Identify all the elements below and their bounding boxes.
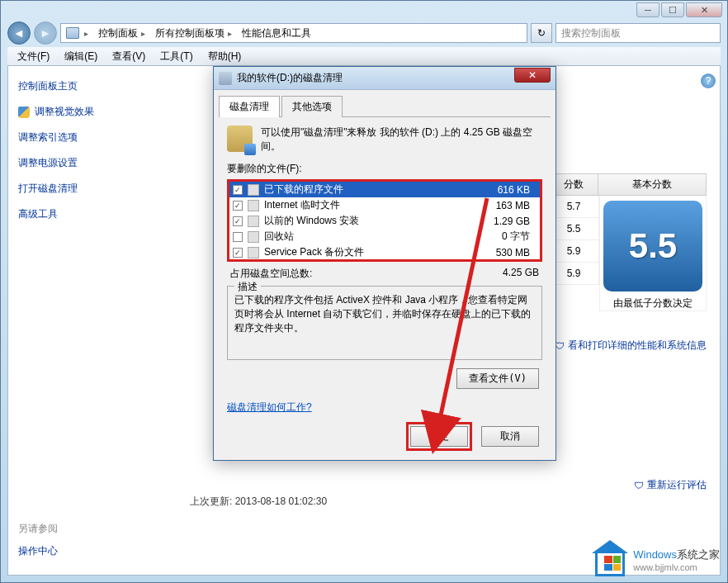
action-center-link[interactable]: 操作中心 [18,544,58,558]
file-type-icon [248,184,259,196]
file-checkbox[interactable]: ✓ [233,216,243,226]
watermark: Windows系统之家 www.bjjmlv.com [593,543,720,576]
ok-button[interactable]: 确定 [410,426,468,447]
menu-help[interactable]: 帮助(H) [201,48,248,65]
rerun-assessment-link[interactable]: 🛡重新运行评估 [634,478,707,492]
breadcrumb-root[interactable]: ▸ [61,27,93,39]
sidebar-link-visual[interactable]: 调整视觉效果 [18,105,180,119]
refresh-button[interactable]: ↻ [531,23,552,43]
detail-info-link[interactable]: 🛡看和打印详细的性能和系统信息 [555,339,707,353]
cleanup-title-icon [219,72,232,85]
tab-more-options[interactable]: 其他选项 [281,96,343,117]
cleanup-icon [227,126,253,152]
dialog-body: 磁盘清理 其他选项 可以使用"磁盘清理"来释放 我的软件 (D:) 上的 4.2… [214,90,555,460]
base-score-label: 由最低子分数决定 [600,296,706,310]
breadcrumb-item[interactable]: 控制面板▸ [93,26,150,40]
base-score-badge: 5.5 [603,201,702,292]
help-icon[interactable]: ? [701,73,716,88]
dialog-info: 可以使用"磁盘清理"来释放 我的软件 (D:) 上的 4.25 GB 磁盘空间。 [219,126,551,162]
subscore-value: 5.9 [549,263,598,284]
file-name: 以前的 Windows 安装 [264,214,489,228]
file-list-item[interactable]: ✓以前的 Windows 安装1.29 GB [229,213,540,229]
file-type-icon [248,216,259,227]
search-input[interactable]: 搜索控制面板 [555,23,721,43]
basescore-header: 基本分数 [598,174,706,195]
description-text: 已下载的程序文件包括 ActiveX 控件和 Java 小程序，您查看特定网页时… [234,293,535,334]
file-checkbox[interactable]: ✓ [233,185,243,195]
sidebar-home-link[interactable]: 控制面板主页 [18,79,180,93]
menu-edit[interactable]: 编辑(E) [58,48,104,65]
subscore-header: 分数 [549,174,598,195]
file-size: 163 MB [496,200,537,211]
file-name: Internet 临时文件 [264,198,491,212]
file-checkbox[interactable]: ✓ [233,248,243,258]
menu-bar: 文件(F) 编辑(E) 查看(V) 工具(T) 帮助(H) [7,47,721,65]
file-checkbox[interactable]: ✓ [233,201,243,211]
subscore-value: 5.5 [549,218,598,239]
navigation-bar: ◄ ► ▸ 控制面板▸ 所有控制面板项▸ 性能信息和工具 ↻ 搜索控制面板 [7,21,721,45]
subscore-value: 5.7 [549,196,598,217]
file-size: 1.29 GB [494,216,537,227]
dialog-title: 我的软件(D:)的磁盘清理 [237,71,514,85]
total-row: 占用磁盘空间总数: 4.25 GB [219,262,551,286]
watermark-text: Windows系统之家 www.bjjmlv.com [633,547,720,572]
file-list[interactable]: ✓已下载的程序文件616 KB✓Internet 临时文件163 MB✓以前的 … [227,179,542,262]
description-heading: 描述 [234,280,261,294]
dialog-titlebar[interactable]: 我的软件(D:)的磁盘清理 ✕ [214,67,555,90]
file-name: Service Pack 备份文件 [264,245,491,259]
sidebar-link-power[interactable]: 调整电源设置 [18,156,180,170]
file-name: 已下载的程序文件 [264,182,493,197]
info-text: 可以使用"磁盘清理"来释放 我的软件 (D:) 上的 4.25 GB 磁盘空间。 [261,126,542,154]
maximize-button[interactable]: ☐ [661,2,684,17]
view-files-button[interactable]: 查看文件(V) [456,368,539,389]
file-size: 616 KB [498,184,537,196]
how-does-it-work-link[interactable]: 磁盘清理如何工作? [219,389,551,415]
file-size: 530 MB [496,247,537,258]
total-value: 4.25 GB [503,267,539,281]
sidebar-link-advanced[interactable]: 高级工具 [18,207,180,221]
forward-button[interactable]: ► [34,21,57,45]
sidebar-link-index[interactable]: 调整索引选项 [18,130,180,145]
dialog-button-row: 确定 取消 [219,415,551,455]
menu-tools[interactable]: 工具(T) [154,48,199,65]
sidebar-footer: 另请参阅 操作中心 [18,522,58,558]
sidebar: 控制面板主页 调整视觉效果 调整索引选项 调整电源设置 打开磁盘清理 高级工具 … [8,66,190,575]
file-size: 0 字节 [502,230,537,244]
watermark-logo-icon [593,543,626,576]
total-label: 占用磁盘空间总数: [230,267,312,281]
tab-strip: 磁盘清理 其他选项 [219,95,551,117]
window-controls: ─ ☐ ✕ [636,2,722,17]
last-update-text: 上次更新: 2013-08-18 01:02:30 [190,495,327,509]
files-to-delete-label: 要删除的文件(F): [219,162,551,179]
file-list-item[interactable]: ✓Internet 临时文件163 MB [229,197,540,213]
back-button[interactable]: ◄ [7,21,31,45]
subscore-value: 5.9 [549,240,598,262]
score-table: 分数 基本分数 5.7 5.5 5.9 5.9 5.5 由最低子分数决定 [548,173,707,311]
file-list-item[interactable]: 回收站0 字节 [229,229,540,244]
menu-file[interactable]: 文件(F) [11,48,56,65]
breadcrumb-item[interactable]: 性能信息和工具 [237,26,316,40]
file-name: 回收站 [264,230,497,244]
tab-disk-cleanup[interactable]: 磁盘清理 [219,96,280,117]
see-also-heading: 另请参阅 [18,522,58,536]
computer-icon [66,27,79,39]
breadcrumb-item[interactable]: 所有控制面板项▸ [150,26,237,40]
file-list-item[interactable]: ✓Service Pack 备份文件530 MB [229,244,540,260]
menu-view[interactable]: 查看(V) [106,48,152,65]
disk-cleanup-dialog: 我的软件(D:)的磁盘清理 ✕ 磁盘清理 其他选项 可以使用"磁盘清理"来释放 … [213,66,556,461]
close-button[interactable]: ✕ [686,2,722,17]
description-box: 描述 已下载的程序文件包括 ActiveX 控件和 Java 小程序，您查看特定… [227,286,542,360]
minimize-button[interactable]: ─ [636,2,659,17]
cancel-button[interactable]: 取消 [481,426,539,447]
dialog-close-button[interactable]: ✕ [514,68,551,83]
file-checkbox[interactable] [233,232,243,242]
file-type-icon [248,247,259,258]
sidebar-link-disk[interactable]: 打开磁盘清理 [18,182,180,196]
shield-icon [18,107,30,118]
file-type-icon [248,200,259,211]
address-bar[interactable]: ▸ 控制面板▸ 所有控制面板项▸ 性能信息和工具 [60,23,527,43]
file-type-icon [248,231,259,243]
file-list-item[interactable]: ✓已下载的程序文件616 KB [229,182,540,197]
